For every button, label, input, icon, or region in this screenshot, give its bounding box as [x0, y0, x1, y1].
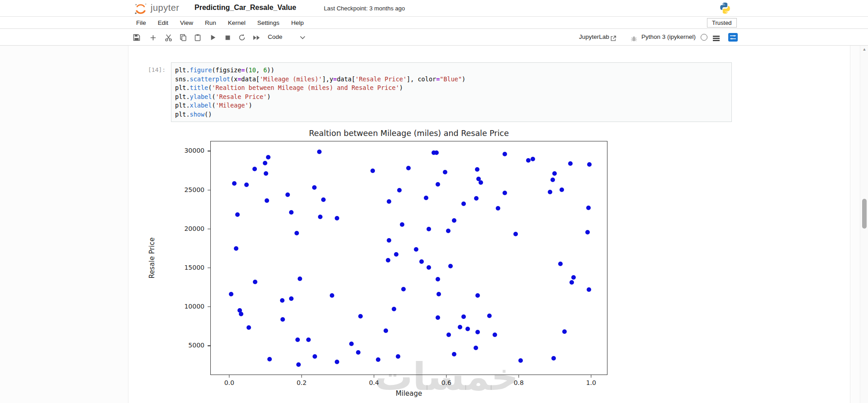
add-cell-button[interactable]	[148, 33, 158, 42]
menu-item-run[interactable]: Run	[199, 17, 222, 29]
y-tick-label: 15000	[179, 264, 204, 271]
scatter-point	[387, 199, 391, 204]
scatter-point	[264, 171, 268, 176]
scatter-point	[401, 287, 406, 291]
scatter-point	[571, 275, 576, 280]
scatter-point	[263, 161, 267, 165]
scatter-point	[475, 330, 480, 334]
scatter-point	[280, 317, 285, 322]
y-tick-label: 30000	[179, 147, 204, 155]
notebook-title[interactable]: Predicting_Car_Resale_Value	[194, 4, 296, 12]
scatter-point	[386, 258, 390, 262]
scatter-point	[461, 202, 466, 206]
code-line: plt.figure(figsize=(10, 6))	[175, 66, 728, 75]
menu-item-kernel[interactable]: Kernel	[222, 17, 251, 29]
menu-item-settings[interactable]: Settings	[251, 17, 285, 29]
last-checkpoint-text: Last Checkpoint: 3 months ago	[324, 5, 405, 12]
scatter-point	[558, 262, 563, 266]
menu-item-help[interactable]: Help	[285, 17, 310, 29]
scatter-point	[414, 247, 418, 252]
scatter-point	[229, 292, 233, 296]
scatter-point	[518, 358, 523, 363]
scatter-point	[475, 167, 479, 172]
scatter-point	[289, 296, 294, 301]
scatter-point	[531, 157, 535, 161]
scatter-point	[427, 227, 431, 231]
code-cell-editor[interactable]: plt.figure(figsize=(10, 6))sns.scatterpl…	[171, 62, 732, 122]
jupyter-logo-icon[interactable]	[134, 2, 147, 15]
paste-cells-button[interactable]	[193, 33, 203, 42]
scatter-point	[265, 198, 269, 203]
chevron-down-icon[interactable]	[298, 33, 308, 42]
y-tick-mark	[208, 229, 211, 229]
scatter-point	[387, 238, 391, 243]
scatter-point	[562, 329, 567, 334]
scatter-plot: 500010000150002000025000300000.00.20.40.…	[210, 141, 607, 375]
vertical-scrollbar[interactable]: ▲	[860, 46, 868, 403]
scatter-point	[427, 265, 431, 270]
save-button[interactable]	[132, 33, 142, 42]
scatter-point	[294, 231, 299, 235]
scatter-point	[313, 354, 317, 359]
cell-type-dropdown[interactable]: Code	[268, 33, 282, 40]
x-tick-label: 0.2	[288, 379, 315, 386]
code-line: plt.ylabel('Resale Price')	[175, 93, 728, 102]
menu-item-file[interactable]: File	[130, 17, 152, 29]
y-tick-label: 10000	[179, 303, 204, 310]
copy-cells-button[interactable]	[178, 33, 188, 42]
scatter-point	[335, 216, 339, 220]
scatter-point	[551, 356, 556, 361]
scatter-point	[526, 158, 531, 163]
scatter-point	[306, 337, 311, 342]
kernel-name-label[interactable]: Python 3 (ipykernel)	[641, 33, 696, 40]
scatter-point	[349, 342, 354, 346]
scatter-point	[436, 182, 440, 187]
x-tick-mark	[229, 375, 229, 378]
scatter-point	[465, 327, 470, 331]
scatter-point	[552, 171, 557, 176]
y-tick-label: 5000	[179, 342, 204, 349]
menu-items: FileEditViewRunKernelSettingsHelp	[130, 17, 309, 29]
x-tick-mark	[591, 375, 591, 378]
khamsat-watermark: خمسات	[375, 358, 518, 396]
cut-cells-button[interactable]	[163, 33, 173, 42]
code-line: plt.show()	[175, 110, 728, 119]
scatter-point	[569, 280, 574, 285]
run-cell-button[interactable]	[208, 33, 218, 42]
menu-bar: FileEditViewRunKernelSettingsHelp Truste…	[0, 17, 868, 29]
menu-item-edit[interactable]: Edit	[152, 17, 174, 29]
scatter-point	[394, 252, 398, 257]
code-line: plt.title('Realtion between Mileage (mil…	[175, 84, 728, 93]
restart-run-all-button[interactable]	[251, 33, 261, 42]
scatter-point	[235, 212, 240, 217]
scatter-point	[550, 178, 555, 182]
scatter-point	[496, 206, 500, 211]
external-link-icon[interactable]	[608, 33, 618, 43]
trusted-button[interactable]: Trusted	[707, 18, 737, 28]
scatter-point	[436, 292, 441, 296]
debugger-bug-icon[interactable]	[629, 33, 639, 43]
kernel-sessions-menu-icon[interactable]	[711, 33, 721, 43]
scatter-point	[321, 197, 326, 202]
scatter-point	[479, 180, 483, 185]
y-tick-mark	[208, 151, 211, 151]
scatter-point	[252, 167, 257, 171]
scatter-point	[419, 259, 424, 264]
restart-kernel-button[interactable]	[237, 33, 247, 42]
scatter-point	[317, 150, 322, 154]
interrupt-kernel-button[interactable]	[223, 33, 232, 42]
scatter-point	[434, 150, 439, 155]
scatter-point	[312, 185, 317, 190]
scatter-point	[400, 222, 404, 227]
scroll-up-arrow[interactable]: ▲	[862, 47, 867, 52]
scatter-point	[587, 287, 591, 292]
chart-y-axis-label: Resale Price	[148, 238, 156, 279]
scatter-point	[239, 312, 243, 316]
notification-panel-icon[interactable]	[728, 33, 738, 42]
scrollbar-thumb[interactable]	[862, 199, 867, 229]
scatter-point	[285, 192, 290, 197]
open-in-jupyterlab-link[interactable]: JupyterLab	[579, 33, 609, 40]
scatter-point	[452, 218, 456, 223]
menu-item-view[interactable]: View	[174, 17, 199, 29]
scatter-point	[436, 315, 440, 320]
